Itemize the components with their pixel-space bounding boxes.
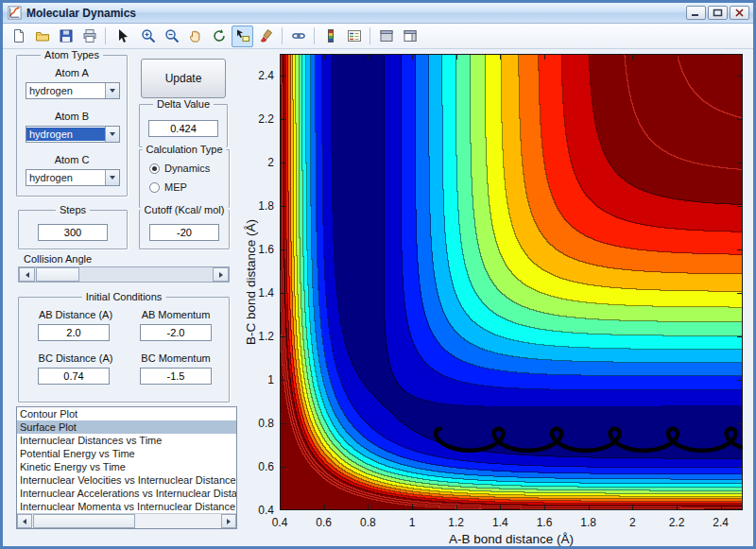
calculation-type-panel: Calculation Type Dynamics MEP: [139, 149, 230, 208]
close-button[interactable]: [730, 6, 749, 20]
list-item[interactable]: Internuclear Accelerations vs Internucle…: [17, 487, 236, 500]
listbox-hscrollbar[interactable]: [17, 513, 236, 528]
atom-b-dropdown[interactable]: hydrogen: [26, 126, 120, 143]
zoom-in-button[interactable]: [137, 26, 159, 47]
hide-plot-tools-icon: [379, 28, 394, 43]
minimize-button[interactable]: [686, 6, 706, 20]
colorbar-icon: [323, 28, 338, 43]
mep-radio[interactable]: MEP: [149, 181, 187, 193]
toolbar-separator: [314, 27, 315, 44]
figure-toolbar: [3, 24, 753, 49]
cutoff-panel: Cutoff (Kcal/ mol): [139, 210, 230, 249]
y-tick-label: 1.2: [240, 330, 274, 343]
panel-title: Initial Conditions: [82, 291, 166, 302]
atom-a-dropdown[interactable]: hydrogen: [26, 82, 120, 99]
rotate-3d-icon: [212, 28, 227, 43]
slider-left-arrow[interactable]: [19, 267, 35, 282]
steps-panel: Steps: [18, 210, 128, 249]
slider-right-arrow[interactable]: [213, 267, 229, 282]
atom-a-label: Atom A: [17, 67, 127, 78]
scroll-right-button[interactable]: [221, 514, 236, 528]
link-plot-button[interactable]: [287, 26, 309, 47]
plot-type-listbox[interactable]: Contour PlotSurface PlotInternuclear Dis…: [16, 406, 237, 529]
list-item[interactable]: Internuclear Velocities vs Internuclear …: [17, 473, 236, 487]
atom-c-value: hydrogen: [26, 171, 105, 184]
app-window: Molecular Dynamics: [0, 0, 756, 549]
delta-value-input[interactable]: [148, 120, 218, 137]
list-item[interactable]: Kinetic Energy vs Time: [17, 460, 236, 473]
list-item[interactable]: Potential Energy vs Time: [17, 447, 236, 460]
zoom-out-icon: [164, 28, 180, 43]
new-file-button[interactable]: [8, 26, 29, 47]
pan-button[interactable]: [184, 26, 206, 47]
dynamics-radio[interactable]: Dynamics: [149, 163, 210, 174]
scroll-thumb[interactable]: [33, 514, 135, 528]
hand-icon: [188, 28, 203, 43]
slider-thumb[interactable]: [36, 267, 79, 282]
x-tick-label: 0.4: [272, 516, 288, 529]
arrow-cursor-icon: [114, 28, 129, 43]
update-button[interactable]: Update: [141, 59, 226, 98]
list-item[interactable]: Internuclear Distances vs Time: [17, 434, 236, 447]
scroll-left-button[interactable]: [17, 514, 32, 528]
ab-distance-input[interactable]: [38, 324, 110, 341]
open-file-button[interactable]: [31, 26, 53, 47]
chevron-down-icon[interactable]: [105, 127, 119, 142]
x-tick-label: 0.6: [316, 516, 332, 529]
y-tick-label: 1.4: [240, 286, 274, 300]
ab-distance-label: AB Distance (A): [26, 309, 125, 320]
y-tick-label: 2.4: [240, 69, 274, 82]
show-plot-tools-icon: [403, 28, 418, 43]
y-tick-label: 1.8: [240, 199, 274, 213]
bc-distance-label: BC Distance (A): [26, 352, 125, 364]
bc-distance-input[interactable]: [38, 368, 110, 385]
panel-title: Steps: [56, 204, 90, 215]
panel-title: Calculation Type: [142, 144, 226, 155]
list-item[interactable]: Contour Plot: [17, 407, 236, 420]
list-item[interactable]: Internuclear Momenta vs Internuclear Dis…: [17, 500, 236, 513]
print-icon: [82, 28, 97, 43]
zoom-out-button[interactable]: [161, 26, 182, 47]
atom-types-panel: Atom Types Atom A hydrogen Atom B hydrog…: [16, 55, 128, 197]
maximize-button[interactable]: [708, 6, 728, 20]
chevron-down-icon[interactable]: [105, 83, 119, 98]
show-plot-tools-button[interactable]: [399, 26, 421, 47]
ab-momentum-input[interactable]: [140, 324, 212, 341]
insert-legend-button[interactable]: [343, 26, 365, 47]
list-item[interactable]: Surface Plot: [17, 420, 236, 434]
x-tick-label: 2.4: [713, 516, 729, 529]
listbox-items: Contour PlotSurface PlotInternuclear Dis…: [17, 407, 236, 513]
hide-plot-tools-button[interactable]: [375, 26, 397, 47]
chevron-down-icon[interactable]: [105, 170, 119, 185]
titlebar[interactable]: Molecular Dynamics: [3, 3, 753, 24]
atom-b-label: Atom B: [17, 111, 127, 122]
steps-input[interactable]: [38, 224, 108, 241]
brush-button[interactable]: [255, 26, 277, 47]
figure-area: Atom Types Atom A hydrogen Atom B hydrog…: [3, 49, 753, 546]
y-tick-label: 0.8: [240, 417, 274, 430]
panel-title: Delta Value: [153, 98, 214, 110]
save-button[interactable]: [55, 26, 77, 47]
bc-momentum-input[interactable]: [140, 368, 212, 385]
x-tick-label: 1: [409, 516, 416, 529]
cutoff-input[interactable]: [149, 224, 219, 241]
toolbar-separator: [282, 27, 283, 44]
edit-plot-button[interactable]: [111, 26, 132, 47]
x-tick-label: 1.6: [537, 516, 553, 529]
y-tick-label: 2.2: [240, 112, 274, 126]
save-icon: [59, 28, 74, 43]
minimize-icon: [691, 9, 701, 17]
print-button[interactable]: [78, 26, 100, 47]
collision-angle-slider[interactable]: [18, 266, 230, 283]
toolbar-separator: [105, 27, 106, 44]
y-tick-label: 2: [240, 156, 274, 169]
contour-plot-canvas[interactable]: [280, 54, 743, 510]
rotate-3d-button[interactable]: [208, 26, 230, 47]
data-cursor-button[interactable]: [232, 26, 253, 47]
close-icon: [734, 9, 745, 17]
insert-colorbar-button[interactable]: [319, 26, 341, 47]
y-tick-label: 1: [240, 373, 274, 386]
atom-c-dropdown[interactable]: hydrogen: [26, 169, 120, 186]
radio-button-icon: [149, 163, 160, 174]
zoom-in-icon: [141, 28, 156, 43]
